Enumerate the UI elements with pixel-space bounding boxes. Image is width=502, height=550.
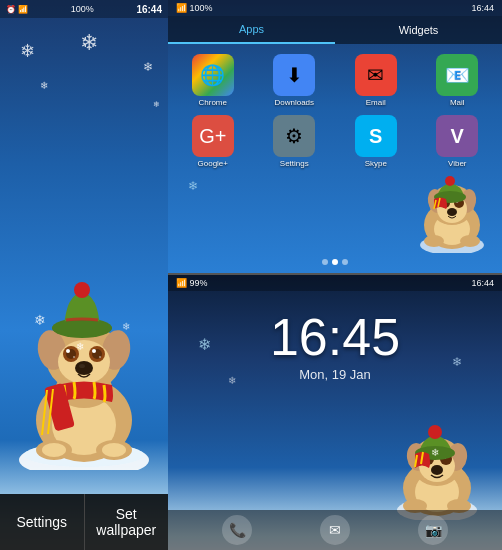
snowflake-5: ❄ [153, 100, 160, 109]
app-email[interactable]: ✉ Email [339, 54, 413, 107]
skype-icon: S [355, 115, 397, 157]
app-google[interactable]: G+ Google+ [176, 115, 250, 168]
app-viber[interactable]: V Viber [421, 115, 495, 168]
lock-snowflake-1: ❄ [198, 335, 211, 354]
mail-icon: 📧 [436, 54, 478, 96]
snowflake-3: ❄ [40, 80, 48, 91]
svg-text:❄: ❄ [122, 321, 130, 332]
time-left: 16:44 [136, 4, 162, 15]
home-snowflake: ❄ [188, 179, 198, 193]
lock-status-time: 16:44 [471, 278, 494, 288]
svg-point-35 [424, 235, 444, 247]
lock-date: Mon, 19 Jan [168, 367, 502, 382]
svg-point-16 [73, 356, 75, 358]
alarm-icon: ⏰ [6, 5, 16, 14]
downloads-icon: ⬇ [273, 54, 315, 96]
apps-grid: 🌐 Chrome ⬇ Downloads ✉ Email 📧 Mail G+ [168, 44, 502, 178]
svg-text:❄: ❄ [76, 341, 84, 352]
chrome-icon: 🌐 [192, 54, 234, 96]
home-status-icons: 📶 100% [176, 3, 213, 13]
svg-point-36 [460, 235, 480, 247]
home-time: 16:44 [471, 3, 494, 13]
svg-point-22 [79, 364, 85, 368]
snowflake-4: ❄ [80, 30, 98, 56]
app-downloads[interactable]: ⬇ Downloads [258, 54, 332, 107]
home-dog [412, 163, 492, 253]
viber-icon: V [436, 115, 478, 157]
svg-point-5 [42, 443, 66, 457]
chrome-label: Chrome [199, 98, 227, 107]
svg-point-21 [75, 361, 93, 375]
svg-point-27 [52, 320, 112, 336]
mail-label: Mail [450, 98, 465, 107]
app-chrome[interactable]: 🌐 Chrome [176, 54, 250, 107]
svg-point-47 [445, 176, 455, 186]
tab-apps[interactable]: Apps [168, 16, 335, 44]
main-dog-illustration: ❄ ❄ ❄ [14, 250, 154, 470]
settings2-label: Settings [280, 159, 309, 168]
status-bar-left: ⏰ 📶 100% 16:44 [0, 0, 168, 18]
snowflake-2: ❄ [143, 60, 153, 74]
lock-dog: ❄ [387, 410, 487, 520]
app-mail[interactable]: 📧 Mail [421, 54, 495, 107]
google-label: Google+ [198, 159, 228, 168]
bottom-buttons: Settings Set wallpaper [0, 494, 168, 550]
email-label: Email [366, 98, 386, 107]
lock-camera-icon[interactable]: 📷 [418, 515, 448, 545]
lock-snowflake-2: ❄ [228, 375, 236, 386]
tab-widgets[interactable]: Widgets [335, 16, 502, 44]
svg-point-63 [431, 465, 443, 475]
settings2-icon: ⚙ [273, 115, 315, 157]
lock-phone-icon[interactable]: 📞 [222, 515, 252, 545]
dot-1 [322, 259, 328, 265]
home-tabs: Apps Widgets [168, 16, 502, 44]
svg-point-65 [428, 425, 442, 439]
downloads-label: Downloads [274, 98, 314, 107]
snowflake-1: ❄ [20, 40, 35, 62]
app-settings2[interactable]: ⚙ Settings [258, 115, 332, 168]
skype-label: Skype [365, 159, 387, 168]
svg-point-45 [447, 208, 457, 216]
wifi-icon: 📶 [18, 5, 28, 14]
lock-status-icons: 📶 99% [176, 278, 208, 288]
svg-point-20 [99, 356, 101, 358]
svg-point-28 [74, 282, 90, 298]
svg-point-15 [66, 349, 70, 353]
right-panel: 📶 100% 16:44 Apps Widgets 🌐 Chrome ⬇ Dow… [168, 0, 502, 550]
google-icon: G+ [192, 115, 234, 157]
dot-3 [342, 259, 348, 265]
lock-screen-preview: 📶 99% 16:44 16:45 Mon, 19 Jan ❄ ❄ ❄ [168, 275, 502, 550]
set-wallpaper-button[interactable]: Set wallpaper [85, 494, 169, 550]
home-screen-preview: 📶 100% 16:44 Apps Widgets 🌐 Chrome ⬇ Dow… [168, 0, 502, 275]
lock-snowflake-3: ❄ [452, 355, 462, 369]
battery-left: 100% [71, 4, 94, 14]
svg-point-7 [102, 443, 126, 457]
home-status-bar: 📶 100% 16:44 [168, 0, 502, 16]
email-icon: ✉ [355, 54, 397, 96]
lock-bottom-bar: 📞 ✉ 📷 [168, 510, 502, 550]
svg-point-19 [92, 349, 96, 353]
settings-button[interactable]: Settings [0, 494, 85, 550]
status-icons-left: ⏰ 📶 [6, 5, 28, 14]
lock-message-icon[interactable]: ✉ [320, 515, 350, 545]
home-page-dots [322, 259, 348, 265]
svg-text:❄: ❄ [431, 447, 439, 458]
left-panel: ⏰ 📶 100% 16:44 ❄ ❄ ❄ ❄ ❄ [0, 0, 168, 550]
app-skype[interactable]: S Skype [339, 115, 413, 168]
dot-2 [332, 259, 338, 265]
main-container: ⏰ 📶 100% 16:44 ❄ ❄ ❄ ❄ ❄ [0, 0, 502, 550]
svg-text:❄: ❄ [34, 312, 46, 328]
lock-status-bar: 📶 99% 16:44 [168, 275, 502, 291]
